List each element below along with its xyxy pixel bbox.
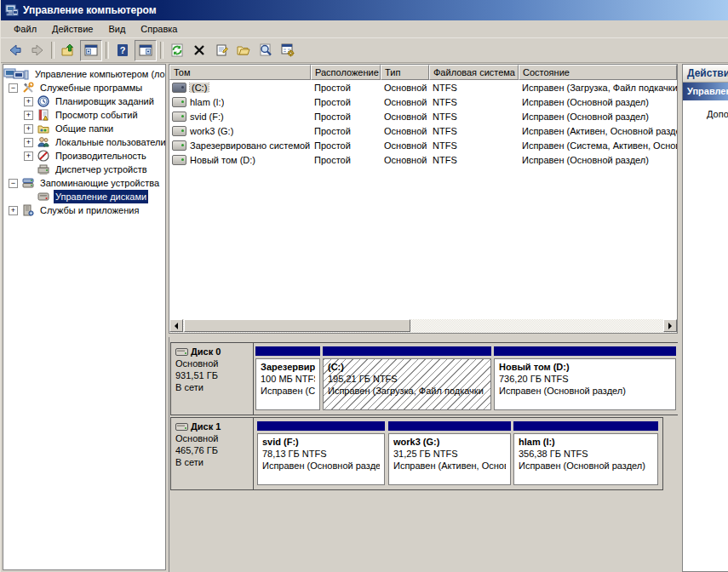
scroll-left-icon [175,323,178,329]
partition-i[interactable]: hlam (I:) 356,38 ГБ NTFS Исправен (Основ… [513,433,658,485]
shared-folders-icon [37,123,51,134]
actions-pane: Действия Управление дисками Дополнительн… [682,64,728,572]
volume-row[interactable]: svid (F:) Простой Основной NTFS Исправен… [169,109,677,123]
scrollbar-thumb[interactable] [184,319,410,332]
console-tree: Управление компьютером (локальным) Служе… [3,64,166,570]
refresh-button[interactable] [167,41,187,60]
partition-color-strip [257,421,385,431]
expander-plus-icon[interactable] [24,124,33,134]
console-tree-icon [84,43,98,57]
horizontal-scrollbar[interactable] [169,319,678,334]
expander-minus-icon[interactable] [9,179,18,188]
menu-action[interactable]: Действие [44,22,100,36]
expander-plus-icon[interactable] [9,206,18,215]
disk-management-pane: Том Расположение Тип Файловая система Со… [169,64,678,572]
help-button[interactable]: ? [112,41,133,60]
tree-item-performance[interactable]: Производительность [3,149,165,163]
column-header-volume[interactable]: Том [169,65,311,80]
tree-item-storage[interactable]: Запоминающие устройства [3,176,165,190]
expander-minus-icon[interactable] [9,83,18,93]
toolbar-separator [160,42,163,59]
volume-row[interactable]: work3 (G:) Простой Основной NTFS Исправе… [169,123,677,138]
tree-item-disk-management[interactable]: Управление дисками [3,190,165,203]
view-button[interactable] [255,41,276,60]
actions-section-disk-management[interactable]: Управление дисками [683,83,728,100]
menu-help[interactable]: Справка [133,22,185,36]
volume-row[interactable]: Новый том (D:) Простой Основной NTFS Исп… [169,152,677,167]
tree-item-shared-folders[interactable]: Общие папки [3,122,165,135]
tree-item-label: Диспетчер устройств [54,163,149,176]
help-icon: ? [116,43,129,57]
scroll-right-button[interactable] [663,319,677,332]
volume-icon [172,126,186,136]
tree-item-event-viewer[interactable]: Просмотр событий [3,108,165,122]
delete-icon [192,43,206,57]
title-bar[interactable]: Управление компьютером [1,0,728,20]
expander-plus-icon[interactable] [24,111,33,120]
volume-icon [172,140,186,151]
expander-plus-icon[interactable] [24,138,33,147]
toolbar-separator [51,42,54,59]
tree-item-computer-management[interactable]: Управление компьютером (локальным) [3,67,165,81]
menu-view[interactable]: Вид [100,22,133,36]
expander-plus-icon[interactable] [24,97,33,106]
back-button[interactable] [5,41,26,60]
partition-f[interactable]: svid (F:) 78,13 ГБ NTFS Исправен (Основн… [257,433,385,485]
disk-1-band: Диск 1 Основной 465,76 ГБ В сети svid (F… [170,417,663,490]
show-action-pane-button[interactable] [135,40,157,61]
disk-0-partitions: Зарезервировано 100 МБ NTFS Исправен (Си… [254,343,678,415]
volume-icon [172,112,186,122]
up-level-button[interactable] [58,41,78,60]
tree-item-system-tools[interactable]: Служебные программы [3,81,165,94]
disk-1-info[interactable]: Диск 1 Основной 465,76 ГБ В сети [171,418,254,489]
volume-row[interactable]: hlam (I:) Простой Основной NTFS Исправен… [169,94,677,109]
toolbar: ? [1,38,728,63]
expander-plus-icon[interactable] [24,152,33,161]
options-button[interactable] [278,41,298,60]
menu-file[interactable]: Файл [6,22,44,36]
disk-icon [175,348,188,356]
volume-row[interactable]: (C:) Простой Основной NTFS Исправен (Заг… [169,80,677,94]
options-icon [281,43,295,57]
tree-item-label: Служебные программы [38,81,144,94]
volume-row[interactable]: Зарезервировано системой Простой Основно… [169,138,677,152]
disk-graphical-view: Диск 0 Основной 931,51 ГБ В сети Зарезер… [169,337,678,572]
column-header-status[interactable]: Состояние [519,65,677,80]
column-header-layout[interactable]: Расположение [311,65,381,80]
properties-button[interactable] [211,41,232,60]
properties-icon [215,43,228,57]
volume-list: Том Расположение Тип Файловая система Со… [169,64,678,319]
partition-c-selected[interactable]: (C:) 195,21 ГБ NTFS Исправен (Загрузка, … [323,358,491,410]
tree-item-device-manager[interactable]: Диспетчер устройств [3,163,165,176]
column-header-type[interactable]: Тип [381,65,429,80]
partition-d[interactable]: Новый том (D:) 736,20 ГБ NTFS Исправен (… [494,358,676,410]
show-console-tree-button[interactable] [80,40,102,61]
app-icon [5,4,19,17]
tree-item-label: Запоминающие устройства [38,176,161,190]
tree-item-services[interactable]: Службы и приложения [3,203,165,217]
refresh-icon [170,43,184,57]
tree-item-task-scheduler[interactable]: Планировщик заданий [3,94,165,108]
window-title: Управление компьютером [23,4,157,16]
toolbar-separator [106,42,109,59]
partition-color-strip [255,346,320,356]
partition-system-reserved[interactable]: Зарезервировано 100 МБ NTFS Исправен (Си… [255,358,320,410]
volume-list-header: Том Расположение Тип Файловая система Со… [169,65,677,80]
column-header-filesystem[interactable]: Файловая система [429,65,519,80]
actions-pane-title: Действия [683,65,728,83]
partition-color-strip [388,421,511,431]
tree-item-label: Просмотр событий [54,108,140,122]
delete-button[interactable] [189,41,209,60]
actions-more-item[interactable]: Дополнительные действия [683,109,728,119]
task-scheduler-icon [37,95,51,107]
scroll-left-button[interactable] [169,319,183,332]
open-button[interactable] [233,41,254,60]
forward-button[interactable] [27,41,48,60]
event-viewer-icon [37,109,51,121]
partition-g[interactable]: work3 (G:) 31,25 ГБ NTFS Исправен (Актив… [388,433,511,485]
svg-text:?: ? [120,45,126,55]
tree-item-local-users[interactable]: Локальные пользователи и группы [3,135,165,149]
partition-color-strip [323,346,491,356]
disk-management-icon [37,191,51,203]
disk-0-info[interactable]: Диск 0 Основной 931,51 ГБ В сети [171,343,254,415]
